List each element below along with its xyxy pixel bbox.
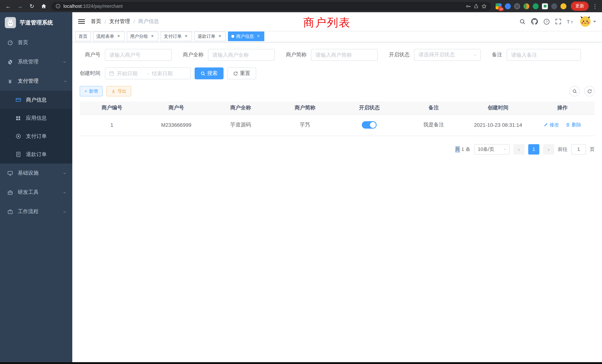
sidebar-collapse-icon[interactable] — [78, 18, 85, 25]
browser-forward-icon[interactable]: → — [16, 2, 24, 11]
merchant-table: 商户编号 商户号 商户全称 商户简称 开启状态 备注 创建时间 操作 1 — [80, 102, 595, 136]
table-header-row: 商户编号 商户号 商户全称 商户简称 开启状态 备注 创建时间 操作 — [80, 102, 595, 114]
card-icon — [15, 97, 22, 103]
share-icon[interactable] — [474, 4, 479, 9]
extension-pinwheel-icon[interactable] — [551, 3, 557, 9]
close-icon[interactable]: × — [217, 34, 222, 39]
extension-avatar-icon[interactable] — [523, 3, 529, 9]
extension-dark-ring-icon[interactable] — [514, 3, 520, 9]
extension-grid-icon[interactable]: 10 — [496, 3, 502, 9]
gear-icon — [7, 59, 13, 65]
tab-home[interactable]: 首页 — [75, 32, 91, 41]
screen: ← → ↻ localhost:1024/pay/merchant 10 — [0, 0, 602, 364]
full-name-input[interactable] — [208, 49, 275, 61]
font-size-icon[interactable]: TT — [567, 19, 574, 24]
calendar-icon — [109, 71, 114, 76]
status-switch[interactable] — [362, 121, 377, 129]
toolbox-icon — [7, 190, 13, 195]
tab-refund-order[interactable]: 退款订单× — [194, 32, 226, 41]
monitor-icon — [7, 170, 13, 176]
close-icon[interactable]: × — [256, 34, 261, 39]
search-button[interactable]: 搜索 — [195, 67, 224, 79]
chevron-up-icon: › — [62, 80, 68, 82]
sidebar-item-pay-order[interactable]: 支付订单 — [0, 127, 72, 145]
browser-refresh-icon[interactable]: ↻ — [27, 2, 36, 11]
app-logo[interactable]: 芋道管理系统 — [0, 12, 72, 33]
tab-merchant-info[interactable]: 商户信息× — [228, 32, 264, 41]
next-page-button[interactable]: › — [543, 144, 554, 154]
edit-link[interactable]: 修改 — [543, 122, 559, 128]
active-tab-dot — [231, 35, 234, 38]
sidebar-item-payment[interactable]: ¥ 支付管理 › — [0, 72, 72, 91]
github-icon[interactable] — [531, 18, 538, 25]
browser-toolbar: ← → ↻ localhost:1024/pay/merchant 10 — [0, 0, 602, 12]
extension-green-circle-icon[interactable] — [533, 3, 539, 9]
table-toolbar: + 新增 导出 — [80, 86, 595, 96]
browser-menu-icon[interactable]: ⋮ — [592, 3, 598, 9]
start-date-input[interactable] — [117, 70, 145, 76]
table-row: 1 M233666999 芋道源码 芋艿 我是备注 2021-10-23 08:… — [80, 114, 595, 136]
help-icon[interactable]: ? — [543, 18, 550, 25]
status-select[interactable]: 请选择开启状态 › — [414, 49, 481, 61]
col-full-name: 商户全称 — [208, 102, 273, 114]
goto-page-input[interactable] — [571, 144, 586, 154]
sidebar-item-dev-tools[interactable]: 研发工具 › — [0, 183, 72, 202]
close-icon[interactable]: × — [150, 34, 155, 39]
fullscreen-icon[interactable] — [555, 19, 561, 24]
sidebar-item-system[interactable]: 系统管理 › — [0, 52, 72, 72]
close-icon[interactable]: × — [183, 34, 189, 39]
col-status: 开启状态 — [337, 102, 401, 114]
breadcrumb-current: 商户信息 — [138, 18, 159, 25]
password-key-icon[interactable] — [466, 3, 471, 9]
chevron-down-icon: › — [503, 149, 508, 150]
address-bar[interactable]: localhost:1024/pay/merchant — [51, 2, 491, 11]
prev-page-button[interactable]: ‹ — [513, 144, 525, 154]
tab-pay-order[interactable]: 支付订单× — [161, 32, 192, 41]
cell-status — [337, 114, 401, 136]
export-button[interactable]: 导出 — [106, 86, 131, 96]
user-avatar[interactable] — [580, 16, 596, 27]
reset-button[interactable]: 重置 — [227, 67, 256, 79]
cell-created: 2021-10-23 08:31:14 — [466, 114, 530, 136]
short-name-label: 商户简称 — [286, 52, 307, 58]
sidebar-item-merchant-info[interactable]: 商户信息 — [0, 91, 72, 109]
chevron-down-icon: › — [473, 54, 478, 56]
record-circle-icon — [15, 133, 22, 139]
bookmark-star-icon[interactable] — [482, 3, 487, 9]
browser-update-button[interactable]: 更新 — [571, 1, 589, 11]
extension-blue-icon[interactable] — [505, 3, 511, 9]
merchant-no-input[interactable] — [105, 49, 172, 61]
tab-process-form[interactable]: 流程表单× — [93, 32, 125, 41]
delete-link[interactable]: 删除 — [566, 122, 581, 128]
page-1-button[interactable]: 1 — [528, 144, 539, 154]
toggle-search-button[interactable] — [569, 86, 580, 96]
sidebar-item-workflow[interactable]: 工作流程 › — [0, 202, 72, 221]
breadcrumb-home[interactable]: 首页 — [91, 18, 101, 25]
short-name-input[interactable] — [311, 49, 378, 61]
refresh-table-button[interactable] — [584, 86, 595, 96]
cell-full-name: 芋道源码 — [208, 114, 273, 136]
tab-user-group[interactable]: 用户分组× — [127, 32, 158, 41]
browser-home-icon[interactable] — [39, 2, 48, 11]
sidebar-item-app-info[interactable]: 应用信息 — [0, 109, 72, 127]
add-button[interactable]: + 新增 — [80, 86, 103, 96]
close-icon[interactable]: × — [116, 34, 121, 39]
search-icon[interactable] — [519, 18, 526, 25]
page-content: 商户号 商户全称 商户简称 开启状态 请选择开启状态 — [72, 42, 602, 362]
page-size-select[interactable]: 10条/页 › — [474, 144, 510, 154]
site-info-icon[interactable] — [56, 4, 60, 9]
cell-short-name: 芋艿 — [273, 114, 337, 136]
sidebar-item-refund-order[interactable]: 退款订单 — [0, 145, 72, 163]
extension-white-square-icon[interactable] — [542, 3, 548, 9]
breadcrumb-payment[interactable]: 支付管理 — [109, 18, 130, 25]
remark-input[interactable] — [507, 49, 581, 61]
date-range-picker[interactable]: - — [105, 67, 191, 79]
extension-smiley-icon[interactable] — [560, 3, 566, 9]
cell-actions: 修改 删除 — [530, 114, 595, 136]
sidebar-item-infrastructure[interactable]: 基础设施 › — [0, 163, 72, 183]
sidebar-item-home[interactable]: 首页 — [0, 33, 72, 52]
browser-back-icon[interactable]: ← — [4, 2, 13, 11]
url-text: localhost:1024/pay/merchant — [63, 3, 123, 9]
svg-text:T: T — [571, 20, 573, 24]
end-date-input[interactable] — [152, 70, 180, 76]
